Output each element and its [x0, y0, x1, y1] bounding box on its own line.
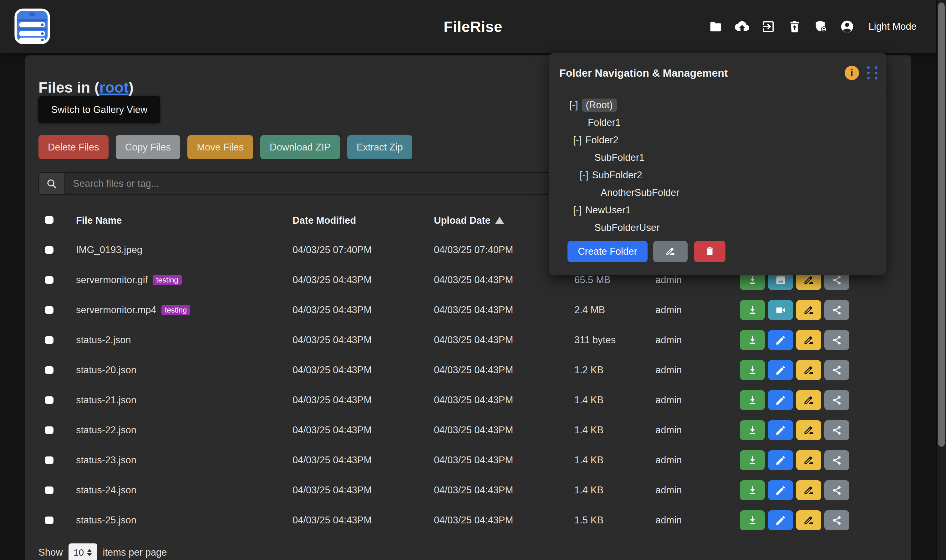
download-button[interactable]: [740, 420, 765, 440]
file-name[interactable]: status-22.json: [76, 425, 136, 436]
folder-tree-item[interactable]: [-](Root): [549, 96, 886, 114]
rename-button[interactable]: [796, 420, 821, 440]
edit-button[interactable]: [768, 450, 793, 470]
copy-files-button[interactable]: Copy Files: [116, 135, 180, 159]
edit-button[interactable]: [768, 480, 793, 500]
folder-label[interactable]: SubFolderUser: [594, 222, 660, 233]
rename-button[interactable]: [796, 450, 821, 470]
row-checkbox[interactable]: [45, 336, 54, 344]
file-name[interactable]: servermonitor.gif: [76, 274, 148, 286]
file-name[interactable]: status-24.json: [76, 485, 136, 496]
file-name[interactable]: servermonitor.mp4: [76, 305, 157, 316]
file-name[interactable]: status-23.json: [76, 455, 136, 466]
rename-button[interactable]: [796, 510, 821, 530]
rename-button[interactable]: [796, 330, 821, 350]
download-button[interactable]: [740, 330, 765, 350]
account-icon[interactable]: [840, 19, 854, 34]
folder-label[interactable]: Folder1: [588, 117, 621, 128]
row-checkbox[interactable]: [45, 306, 54, 314]
collapse-toggle[interactable]: [-]: [569, 100, 578, 111]
folder-label[interactable]: SubFolder2: [592, 169, 642, 181]
folder-tree-item[interactable]: [-]SubFolder2: [549, 166, 886, 184]
edit-button[interactable]: [768, 360, 793, 380]
share-button[interactable]: [824, 300, 849, 320]
search-input[interactable]: [65, 172, 565, 195]
rename-button[interactable]: [796, 360, 821, 380]
rename-button[interactable]: [796, 480, 821, 500]
scrollbar-thumb[interactable]: [938, 3, 945, 447]
folder-label[interactable]: SubFolder1: [594, 152, 645, 163]
light-mode-toggle[interactable]: Light Mode: [869, 21, 917, 32]
download-button[interactable]: [740, 300, 765, 320]
file-name[interactable]: status-2.json: [76, 334, 131, 346]
file-name[interactable]: status-20.json: [76, 365, 136, 376]
download-button[interactable]: [740, 360, 765, 380]
edit-button[interactable]: [768, 510, 793, 530]
column-header-file-name[interactable]: File Name: [76, 215, 122, 226]
cloud-upload-icon[interactable]: [735, 19, 749, 34]
download-button[interactable]: [740, 390, 765, 410]
row-checkbox[interactable]: [45, 366, 54, 374]
switch-gallery-view-button[interactable]: Switch to Gallery View: [38, 96, 160, 123]
folder-tree-item[interactable]: Folder1: [549, 114, 886, 131]
folder-icon[interactable]: [709, 19, 723, 34]
rename-button[interactable]: [796, 390, 821, 410]
drag-handle-icon[interactable]: [867, 66, 877, 80]
delete-folder-button[interactable]: [694, 241, 726, 262]
share-button[interactable]: [824, 420, 849, 440]
file-name[interactable]: status-21.json: [76, 394, 136, 406]
collapse-toggle[interactable]: [-]: [573, 134, 582, 146]
download-zip-button[interactable]: Download ZIP: [260, 135, 340, 159]
info-icon[interactable]: i: [844, 66, 859, 80]
share-button[interactable]: [824, 480, 849, 500]
row-checkbox[interactable]: [45, 276, 54, 284]
items-per-page-select[interactable]: 10: [69, 543, 97, 560]
share-button[interactable]: [824, 360, 849, 380]
share-button[interactable]: [824, 510, 849, 530]
items-per-page-label: items per page: [103, 547, 167, 558]
row-checkbox[interactable]: [45, 517, 54, 524]
folder-label[interactable]: AnotherSubFolder: [601, 187, 680, 198]
column-header-date-modified[interactable]: Date Modified: [292, 215, 356, 226]
row-checkbox[interactable]: [45, 457, 54, 464]
rename-button[interactable]: [796, 300, 821, 320]
row-checkbox[interactable]: [45, 396, 54, 404]
file-name[interactable]: IMG_0193.jpeg: [76, 244, 142, 255]
share-button[interactable]: [824, 330, 849, 350]
folder-label[interactable]: Folder2: [586, 134, 618, 146]
delete-files-button[interactable]: Delete Files: [38, 135, 109, 159]
folder-tree-item[interactable]: [-]Folder2: [549, 131, 886, 149]
edit-button[interactable]: [768, 390, 793, 410]
edit-button[interactable]: [768, 420, 793, 440]
share-button[interactable]: [824, 450, 849, 470]
collapse-toggle[interactable]: [-]: [580, 169, 588, 181]
share-button[interactable]: [824, 390, 849, 410]
create-folder-button[interactable]: Create Folder: [568, 241, 648, 262]
rename-folder-button[interactable]: [653, 241, 688, 262]
row-checkbox[interactable]: [45, 486, 54, 494]
folder-tree-item[interactable]: [-]NewUser1: [549, 202, 886, 219]
search-icon: [38, 172, 65, 195]
folder-tree-item[interactable]: SubFolder1: [549, 149, 886, 166]
move-files-button[interactable]: Move Files: [188, 135, 253, 159]
row-checkbox[interactable]: [45, 246, 54, 254]
collapse-toggle[interactable]: [-]: [573, 205, 582, 216]
row-checkbox[interactable]: [45, 426, 54, 434]
user-shield-icon[interactable]: [814, 19, 828, 34]
extract-zip-button[interactable]: Extract Zip: [347, 135, 412, 159]
trash-restore-icon[interactable]: [788, 19, 802, 34]
folder-tree-item[interactable]: AnotherSubFolder: [549, 184, 886, 202]
download-button[interactable]: [740, 450, 765, 470]
folder-tree-item[interactable]: SubFolderUser: [549, 219, 886, 237]
video-button[interactable]: [768, 300, 793, 320]
root-folder-link[interactable]: root: [100, 79, 129, 96]
edit-button[interactable]: [768, 330, 793, 350]
file-name[interactable]: status-25.json: [76, 515, 136, 526]
select-all-checkbox[interactable]: [45, 215, 54, 226]
folder-label[interactable]: NewUser1: [586, 205, 631, 216]
sign-out-icon[interactable]: [761, 19, 775, 34]
folder-label[interactable]: (Root): [582, 98, 617, 112]
column-header-upload-date[interactable]: Upload Date: [434, 215, 504, 226]
download-button[interactable]: [740, 510, 765, 530]
download-button[interactable]: [740, 480, 765, 500]
